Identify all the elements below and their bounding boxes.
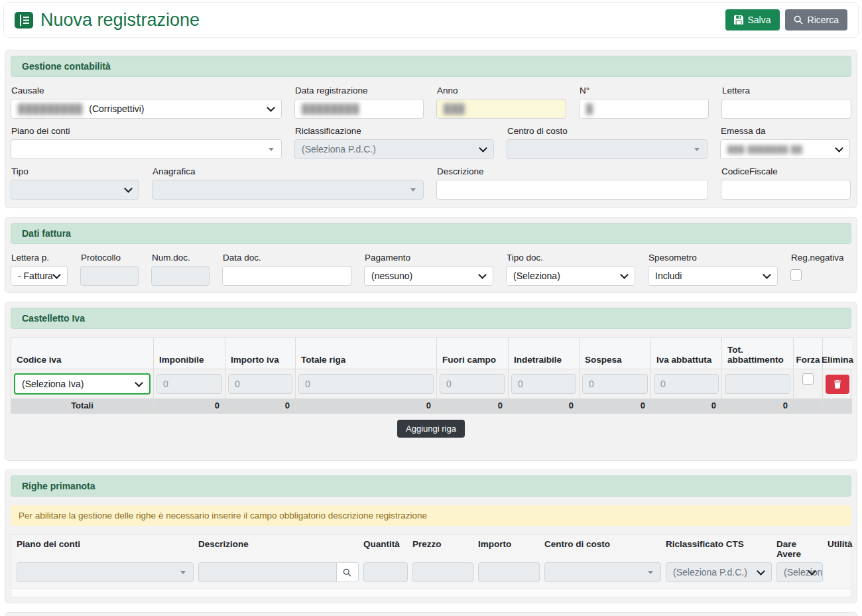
emessa-da-redacted-value: ███ ███████ ██	[727, 145, 803, 153]
righe-header-row: Piano dei conti Descrizione Quantità Pre…	[11, 535, 851, 562]
riga-centro-di-costo-select[interactable]	[544, 562, 661, 582]
col-riclassificato-cts: Riclassificato CTS	[666, 539, 772, 559]
field-anagrafica: Anagrafica	[152, 166, 424, 200]
centro-di-costo-select[interactable]	[507, 139, 708, 159]
field-codice-fiscale: CodiceFiscale	[721, 166, 851, 200]
causale-label: Causale	[11, 86, 282, 95]
lettera-input[interactable]	[721, 99, 851, 119]
indetraibile-input[interactable]	[511, 374, 576, 394]
delete-row-button[interactable]	[826, 375, 849, 394]
col-quantita: Quantità	[363, 539, 408, 559]
righe-data-row: (Seleziona P.d.C.) (Seleziona)	[11, 562, 851, 588]
col-elimina: Elimina	[823, 338, 852, 369]
data-registrazione-redacted-value: ████████	[302, 103, 359, 114]
tipo-doc-select[interactable]: (Seleziona)	[506, 266, 635, 286]
lettera-p-value: - Fattura	[18, 271, 53, 281]
pagamento-select[interactable]: (nessuno)	[364, 266, 493, 286]
righe-section-title: Righe primanota	[11, 475, 851, 497]
totale-riga-input[interactable]	[298, 374, 434, 394]
page-title-text: Nuova registrazione	[40, 10, 200, 31]
add-row-button[interactable]: Aggiungi riga	[397, 420, 465, 438]
codice-fiscale-input[interactable]	[721, 180, 851, 200]
total-importo-iva: 0	[225, 399, 296, 413]
col-tot-abbattimento: Tot. abbattimento	[722, 338, 794, 369]
page-title: Nuova registrazione	[15, 10, 200, 31]
search-button[interactable]: Ricerca	[785, 9, 847, 31]
field-spesometro: Spesometro Includi	[648, 253, 778, 286]
field-emessa-da: Emessa da ███ ███████ ██	[720, 126, 850, 159]
forza-checkbox[interactable]	[802, 373, 814, 385]
fuori-campo-input[interactable]	[440, 374, 505, 394]
col-importo-iva: Importo iva	[225, 338, 296, 369]
field-causale: Causale █████████ (Corrispettivi)	[11, 86, 282, 119]
riclassificazione-select[interactable]: (Seleziona P.d.C.)	[294, 139, 494, 159]
col-importo: Importo	[478, 539, 540, 559]
codice-iva-value: (Seleziona Iva)	[22, 379, 84, 389]
codice-iva-select[interactable]: (Seleziona Iva)	[14, 373, 151, 395]
tipo-select[interactable]	[11, 180, 139, 200]
descrizione-label: Descrizione	[437, 166, 708, 176]
tipo-doc-value: (Seleziona)	[513, 271, 560, 281]
sospesa-input[interactable]	[582, 374, 648, 394]
riga-descrizione-input[interactable]	[198, 562, 337, 582]
riga-dare-avere-select[interactable]: (Seleziona)	[776, 562, 823, 582]
field-riclassificazione: Riclassificazione (Seleziona P.d.C.)	[294, 126, 494, 159]
castelletto-table: Codice iva Imponibile Importo iva Totale…	[11, 338, 851, 414]
riga-quantita-input[interactable]	[363, 562, 408, 582]
spesometro-select[interactable]: Includi	[648, 266, 778, 286]
total-imponibile: 0	[154, 399, 225, 413]
anno-input[interactable]: ███	[436, 99, 566, 119]
tipo-doc-label: Tipo doc.	[507, 253, 635, 263]
field-reg-negativa: Reg.negativa	[790, 253, 840, 286]
lettera-p-select[interactable]: - Fattura	[11, 266, 68, 286]
tot-abbattimento-input[interactable]	[725, 374, 790, 394]
data-registrazione-input[interactable]: ████████	[294, 99, 424, 119]
anno-label: Anno	[437, 86, 566, 95]
col-totale-riga: Totale riga	[296, 338, 437, 369]
field-centro-di-costo: Centro di costo	[507, 126, 708, 159]
col-descrizione: Descrizione	[198, 539, 359, 559]
iva-abbattuta-input[interactable]	[654, 374, 719, 394]
causale-visible-value: (Corrispettivi)	[89, 103, 144, 114]
total-iva-abbattuta: 0	[651, 399, 722, 413]
centro-di-costo-label: Centro di costo	[507, 126, 708, 136]
reg-negativa-label: Reg.negativa	[791, 253, 840, 263]
search-button-label: Ricerca	[808, 15, 839, 25]
piano-dei-conti-label: Piano dei conti	[11, 126, 282, 136]
piano-dei-conti-select[interactable]	[11, 139, 282, 159]
total-forza-empty	[794, 399, 823, 413]
emessa-da-label: Emessa da	[721, 126, 850, 136]
journal-icon	[15, 12, 33, 29]
col-prezzo: Prezzo	[412, 539, 473, 559]
dati-fattura-section-title: Dati fattura	[11, 223, 851, 244]
section-gestione-contabilita: Gestione contabilità Causale █████████ (…	[5, 50, 857, 208]
imponibile-input[interactable]	[156, 374, 222, 394]
riclassificazione-label: Riclassificazione	[295, 126, 494, 136]
riga-riclassificato-cts-select[interactable]: (Seleziona P.d.C.)	[666, 562, 772, 582]
emessa-da-select[interactable]: ███ ███████ ██	[720, 139, 850, 159]
riga-prezzo-input[interactable]	[412, 562, 473, 582]
col-dare-avere: Dare Avere	[776, 539, 823, 559]
reg-negativa-checkbox[interactable]	[790, 269, 802, 280]
save-button[interactable]: Salva	[725, 9, 780, 31]
riga-dare-avere-value: (Seleziona)	[784, 567, 823, 578]
descrizione-input[interactable]	[436, 180, 708, 200]
field-data-registrazione: Data registrazione ████████	[294, 86, 424, 119]
num-doc-input[interactable]	[151, 266, 210, 286]
spesometro-label: Spesometro	[648, 253, 778, 263]
data-doc-input[interactable]	[222, 266, 351, 286]
riga-piano-dei-conti-select[interactable]	[17, 562, 194, 582]
righe-table-footer-strip	[11, 588, 851, 597]
numero-input[interactable]: █	[579, 99, 709, 119]
protocollo-input[interactable]	[80, 266, 139, 286]
righe-table: Piano dei conti Descrizione Quantità Pre…	[11, 534, 851, 597]
causale-select[interactable]: █████████ (Corrispettivi)	[11, 99, 282, 119]
tipo-label: Tipo	[11, 166, 139, 176]
importo-iva-input[interactable]	[228, 374, 292, 394]
riga-descrizione-search-button[interactable]	[337, 562, 359, 582]
anagrafica-select[interactable]	[152, 180, 424, 200]
field-numero: N° █	[579, 86, 709, 119]
riga-importo-input[interactable]	[478, 562, 540, 582]
lettera-label: Lettera	[722, 86, 851, 95]
total-fuori-campo: 0	[437, 399, 509, 413]
